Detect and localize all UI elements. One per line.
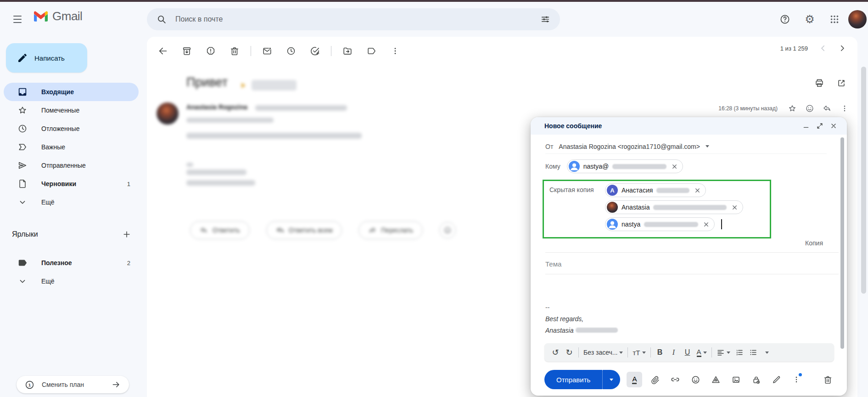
message-body[interactable]: -- Best regards, Anastasia — [545, 302, 618, 336]
sidebar-item-starred[interactable]: Помеченные — [4, 101, 139, 119]
report-spam-icon[interactable] — [201, 41, 220, 61]
star-message-icon[interactable] — [785, 101, 800, 116]
confidential-mode-icon[interactable] — [747, 370, 765, 389]
subject-label-chip[interactable] — [252, 80, 297, 91]
sidebar-item-label-useful[interactable]: Полезное 2 — [4, 254, 139, 272]
more-options-icon[interactable] — [386, 41, 405, 61]
compose-scrollbar-thumb[interactable] — [840, 137, 844, 349]
bcc-field-highlighted[interactable]: Скрытая копия A Анастасия Anas — [543, 180, 771, 238]
remove-recipient-icon[interactable] — [730, 204, 739, 211]
search-filter-icon[interactable] — [534, 8, 556, 30]
google-apps-icon[interactable] — [823, 8, 846, 30]
print-icon[interactable] — [814, 78, 824, 88]
redo-icon[interactable]: ↻ — [563, 346, 576, 359]
send-button[interactable]: Отправить — [544, 370, 602, 389]
sidebar-item-important[interactable]: Важные — [4, 138, 139, 156]
recipient-chip-text: nastya@ — [583, 163, 609, 170]
reply-icon[interactable] — [820, 101, 834, 116]
subject-input[interactable] — [545, 254, 827, 273]
caret-down-icon — [642, 352, 646, 354]
bcc-chip[interactable]: A Анастасия — [605, 183, 706, 197]
text-size-selector[interactable]: тT — [631, 346, 647, 359]
from-row[interactable]: От Anastasia Rogozina <rogozina1710@gmai… — [545, 139, 827, 154]
sidebar-item-drafts[interactable]: Черновики 1 — [4, 175, 139, 193]
account-avatar[interactable] — [848, 10, 867, 28]
from-value: Anastasia Rogozina <rogozina1710@gmail.c… — [559, 143, 700, 150]
forward-button[interactable]: Переслать — [358, 221, 423, 239]
forward-icon — [368, 226, 376, 234]
add-reaction-button[interactable] — [439, 222, 456, 238]
message-more-icon[interactable] — [837, 101, 852, 116]
numbered-list-icon[interactable] — [733, 346, 746, 359]
settings-gear-icon[interactable]: ⚙ — [799, 8, 821, 30]
italic-icon[interactable]: I — [667, 346, 680, 359]
move-to-icon[interactable] — [338, 41, 357, 61]
undo-icon[interactable]: ↺ — [549, 346, 562, 359]
align-icon[interactable] — [715, 346, 732, 359]
snooze-icon[interactable] — [281, 41, 301, 61]
insert-photo-icon[interactable] — [727, 370, 745, 389]
redacted-text — [656, 188, 689, 193]
sidebar-item-labels-more[interactable]: Ещё — [4, 272, 139, 290]
open-in-new-icon[interactable] — [836, 78, 846, 88]
bcc-chip[interactable]: nastya — [605, 217, 715, 231]
more-formatting-icon[interactable] — [761, 346, 773, 359]
delete-icon[interactable] — [225, 41, 244, 61]
sender-avatar[interactable] — [157, 102, 179, 125]
remove-recipient-icon[interactable] — [670, 163, 679, 170]
font-selector[interactable]: Без засеч... — [582, 346, 625, 359]
label-count: 2 — [127, 260, 130, 267]
recipient-chip[interactable]: nastya@ — [567, 159, 683, 173]
insert-emoji-icon[interactable] — [686, 370, 705, 389]
attach-file-icon[interactable] — [646, 370, 664, 389]
mark-unread-icon[interactable] — [258, 41, 277, 61]
scrollbar-thumb[interactable] — [861, 67, 866, 294]
compose-button[interactable]: Написать — [6, 43, 87, 73]
main-menu-button[interactable] — [6, 8, 28, 30]
older-email-icon[interactable] — [838, 44, 846, 52]
add-to-tasks-icon[interactable] — [305, 41, 325, 61]
bcc-chip-name: Анастасия — [622, 187, 653, 194]
remove-recipient-icon[interactable] — [693, 187, 702, 194]
text-color-icon[interactable]: A — [695, 346, 709, 359]
add-cc-link[interactable]: Копия — [805, 239, 823, 247]
emoji-reaction-icon[interactable] — [802, 101, 817, 116]
more-send-options-icon[interactable] — [787, 370, 806, 389]
bcc-chip-list: A Анастасия Anastasia — [605, 183, 743, 231]
sidebar-item-sent[interactable]: Отправленные — [4, 156, 139, 175]
sidebar-item-more[interactable]: Ещё — [4, 193, 139, 211]
newer-email-icon[interactable] — [819, 44, 827, 52]
minimize-icon[interactable] — [799, 119, 813, 133]
compose-title: Новое сообщение — [544, 122, 602, 130]
help-icon[interactable] — [774, 8, 796, 30]
recipients-line-redacted[interactable] — [186, 118, 274, 123]
archive-icon[interactable] — [177, 41, 196, 61]
discard-draft-icon[interactable] — [818, 370, 837, 389]
reply-button[interactable]: Ответить — [190, 221, 250, 239]
compose-header[interactable]: Новое сообщение — [531, 117, 847, 135]
expand-icon[interactable] — [813, 119, 827, 133]
close-icon[interactable] — [827, 119, 840, 133]
bcc-chip[interactable]: Anastasia — [605, 200, 743, 214]
search-input[interactable] — [173, 15, 534, 23]
underline-icon[interactable]: U — [681, 346, 694, 359]
insert-link-icon[interactable] — [666, 370, 684, 389]
sidebar-item-snoozed[interactable]: Отложенные — [4, 119, 139, 138]
search-icon[interactable] — [151, 8, 173, 30]
back-icon[interactable] — [153, 41, 173, 61]
reply-all-button[interactable]: Ответить всем — [266, 221, 342, 239]
insert-from-drive-icon[interactable] — [706, 370, 725, 389]
sidebar-item-label: Важные — [41, 143, 65, 151]
add-label-icon[interactable] — [118, 225, 136, 244]
bold-icon[interactable]: B — [654, 346, 666, 359]
to-row[interactable]: Кому nastya@ — [545, 156, 827, 177]
sidebar-item-inbox[interactable]: Входящие — [4, 83, 139, 101]
bulleted-list-icon[interactable] — [747, 346, 760, 359]
remove-recipient-icon[interactable] — [702, 221, 711, 228]
send-options-icon[interactable] — [603, 370, 620, 389]
insert-signature-icon[interactable] — [767, 370, 785, 389]
formatting-options-icon[interactable]: A — [627, 372, 642, 387]
label-icon[interactable] — [362, 41, 381, 61]
change-plan-button[interactable]: 1 Сменить план — [17, 376, 129, 393]
page-scrollbar[interactable] — [859, 37, 868, 397]
